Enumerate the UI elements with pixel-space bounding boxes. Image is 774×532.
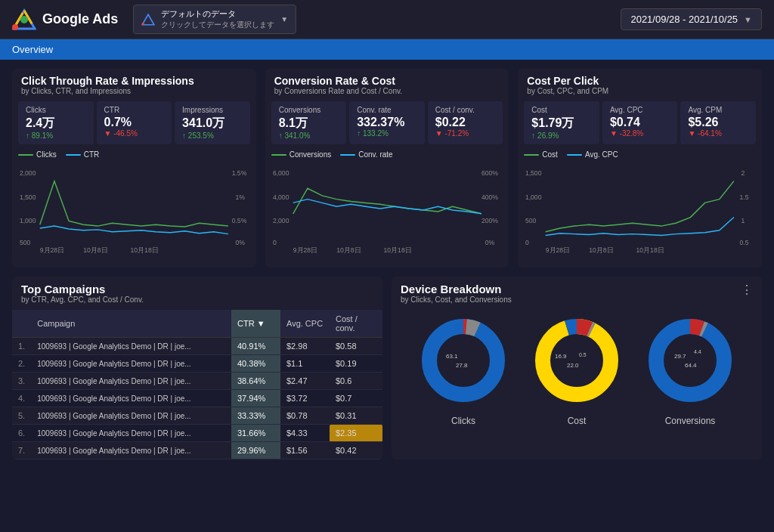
cost-donut-label: Cost <box>568 416 587 426</box>
table-row: 7. 1009693 | Google Analytics Demo | DR … <box>12 442 382 459</box>
row-num: 5. <box>12 407 31 425</box>
ctr-impressions-section: Click Through Rate & Impressions by Clic… <box>12 69 256 268</box>
svg-text:10月18日: 10月18日 <box>131 246 159 254</box>
cpc-chart-area: 1,500 1,000 500 0 2 1.5 1 0.5 9月28日 10月8… <box>518 162 762 268</box>
row-ctr: 31.66% <box>231 425 280 442</box>
svg-text:600%: 600% <box>481 169 498 177</box>
cpc-title: Cost Per Click <box>527 75 753 87</box>
ctr-header: Click Through Rate & Impressions by Clic… <box>12 69 256 101</box>
svg-text:9月28日: 9月28日 <box>546 246 570 254</box>
date-range-arrow: ▼ <box>744 15 752 24</box>
svg-text:27.8: 27.8 <box>456 362 468 369</box>
conversions-donut-chart: 29.7 64.4 4.4 <box>641 311 739 410</box>
legend-ctr: CTR <box>66 150 100 159</box>
campaigns-title: Top Campaigns <box>21 283 373 295</box>
row-num: 3. <box>12 373 31 390</box>
svg-text:1,000: 1,000 <box>20 217 36 224</box>
svg-text:1,000: 1,000 <box>525 193 542 201</box>
legend-conversions: Conversions <box>271 150 332 159</box>
cost-change: ↑ 26.9% <box>531 131 592 140</box>
svg-text:2,000: 2,000 <box>20 169 36 177</box>
row-campaign: 1009693 | Google Analytics Demo | DR | j… <box>31 407 231 425</box>
cpc-metric-cards: Cost $1.79万 ↑ 26.9% Avg. CPC $0.74 ▼ -32… <box>518 101 762 150</box>
three-dots-button[interactable]: ⋮ <box>741 283 753 297</box>
row-num: 4. <box>12 390 31 407</box>
date-range-picker[interactable]: 2021/09/28 - 2021/10/25 ▼ <box>621 8 762 30</box>
svg-text:9月28日: 9月28日 <box>40 246 64 254</box>
row-num: 2. <box>12 355 31 373</box>
svg-text:500: 500 <box>20 239 31 246</box>
svg-text:0: 0 <box>525 239 529 246</box>
impressions-card: Impressions 341.0万 ↑ 253.5% <box>175 101 250 144</box>
logo-text: Google Ads <box>42 11 118 27</box>
svg-point-39 <box>429 326 497 394</box>
clicks-value: 2.4万 <box>26 116 86 131</box>
avg-cpm-value: $5.26 <box>688 116 748 129</box>
row-campaign: 1009693 | Google Analytics Demo | DR | j… <box>31 442 231 459</box>
svg-text:0%: 0% <box>235 239 245 246</box>
svg-text:10月18日: 10月18日 <box>383 246 411 254</box>
svg-text:1.5%: 1.5% <box>232 169 247 177</box>
cost-label: Cost <box>531 106 592 114</box>
row-cost-conv: $0.19 <box>330 355 382 373</box>
svg-text:1,500: 1,500 <box>20 193 36 201</box>
svg-point-2 <box>20 16 28 23</box>
table-row: 3. 1009693 | Google Analytics Demo | DR … <box>12 373 382 390</box>
data-selector-arrow: ▼ <box>280 15 288 23</box>
svg-point-45 <box>543 326 611 394</box>
data-selector-text: デフォルトのデータ クリックしてデータを選択します <box>161 8 274 30</box>
svg-text:2,000: 2,000 <box>273 217 289 224</box>
date-range-text: 2021/09/28 - 2021/10/25 <box>630 14 738 25</box>
avg-cpc-value: $0.74 <box>610 116 670 129</box>
avg-cpm-label: Avg. CPM <box>688 106 748 114</box>
avg-cpc-card: Avg. CPC $0.74 ▼ -32.8% <box>602 101 678 144</box>
svg-text:9月28日: 9月28日 <box>293 246 317 254</box>
col-num <box>12 310 31 338</box>
svg-text:10月8日: 10月8日 <box>590 246 614 254</box>
row-cost-conv: $0.58 <box>330 338 382 355</box>
conversions-value: 8.1万 <box>279 116 339 131</box>
row-avg-cpc: $4.33 <box>280 425 330 442</box>
col-cost-conv[interactable]: Cost / conv. <box>330 310 382 338</box>
nav-overview[interactable]: Overview <box>12 44 53 55</box>
conv-rate-value: 332.37% <box>357 116 417 129</box>
ctr-label: CTR <box>104 106 165 114</box>
row-campaign: 1009693 | Google Analytics Demo | DR | j… <box>31 355 231 373</box>
svg-point-52 <box>656 326 724 394</box>
legend-avg-cpc: Avg. CPC <box>567 150 618 159</box>
svg-text:10月8日: 10月8日 <box>83 246 107 254</box>
cost-card: Cost $1.79万 ↑ 26.9% <box>524 101 599 144</box>
data-selector-button[interactable]: デフォルトのデータ クリックしてデータを選択します ▼ <box>133 5 296 34</box>
bottom-row: Top Campaigns by CTR, Avg. CPC, and Cost… <box>12 277 762 459</box>
col-ctr[interactable]: CTR ▼ <box>231 310 280 338</box>
row-campaign: 1009693 | Google Analytics Demo | DR | j… <box>31 390 231 407</box>
ctr-title: Click Through Rate & Impressions <box>21 75 247 87</box>
ctr-chart-area: 2,000 1,500 1,000 500 1.5% 1% 0.5% 0% 9月… <box>12 162 256 268</box>
col-campaign[interactable]: Campaign <box>31 310 231 338</box>
conversions-donut: 29.7 64.4 4.4 Conversions <box>641 311 739 426</box>
cpc-legend: Cost Avg. CPC <box>518 150 762 162</box>
table-row: 2. 1009693 | Google Analytics Demo | DR … <box>12 355 382 373</box>
conv-rate-change: ↑ 133.2% <box>357 129 417 138</box>
svg-text:63.1: 63.1 <box>446 353 458 360</box>
svg-text:10月18日: 10月18日 <box>636 246 664 254</box>
svg-text:10月8日: 10月8日 <box>336 246 361 254</box>
svg-text:500: 500 <box>525 217 537 224</box>
col-avg-cpc[interactable]: Avg. CPC <box>280 310 330 338</box>
row-ctr: 38.64% <box>231 373 280 390</box>
impressions-label: Impressions <box>182 106 243 114</box>
ctr-legend: Clicks CTR <box>12 150 256 162</box>
device-breakdown-section: Device Breakdown by Clicks, Cost, and Co… <box>392 277 762 459</box>
cost-conv-label: Cost / conv. <box>435 106 496 114</box>
row-ctr: 37.94% <box>231 390 280 407</box>
cost-conv-change: ▼ -71.2% <box>435 129 496 138</box>
cpc-chart: 1,500 1,000 500 0 2 1.5 1 0.5 9月28日 10月8… <box>524 165 756 255</box>
row-cost-conv: $0.6 <box>330 373 382 390</box>
avg-cpc-change: ▼ -32.8% <box>610 129 670 138</box>
conversion-chart-area: 6,000 4,000 2,000 0 600% 400% 200% 0% 9月… <box>265 162 509 268</box>
conversions-change: ↑ 341.0% <box>279 131 339 140</box>
table-row: 5. 1009693 | Google Analytics Demo | DR … <box>12 407 382 425</box>
row-avg-cpc: $0.78 <box>280 407 330 425</box>
cpc-subtitle: by Cost, CPC, and CPM <box>527 87 753 95</box>
row-num: 1. <box>12 338 31 355</box>
